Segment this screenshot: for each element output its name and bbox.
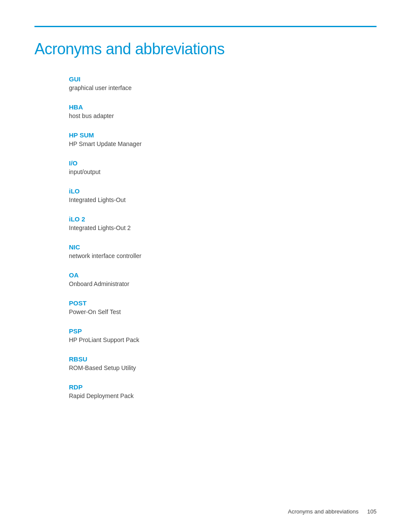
acronym-entry: I/Oinput/output: [69, 159, 377, 175]
footer-text: Acronyms and abbreviations: [288, 508, 358, 515]
acronym-entry: iLOIntegrated Lights-Out: [69, 187, 377, 203]
acronym-term: HP SUM: [69, 131, 377, 139]
acronym-definition: Power-On Self Test: [69, 308, 377, 315]
acronym-definition: Rapid Deployment Pack: [69, 392, 377, 399]
acronym-entry: HP SUMHP Smart Update Manager: [69, 131, 377, 147]
acronym-definition: Onboard Administrator: [69, 280, 377, 287]
acronym-entry: RDPRapid Deployment Pack: [69, 383, 377, 399]
acronym-entry: HBAhost bus adapter: [69, 103, 377, 119]
acronym-definition: Integrated Lights-Out: [69, 196, 377, 203]
acronym-term: HBA: [69, 103, 377, 111]
acronym-entry: NICnetwork interface controller: [69, 243, 377, 259]
acronym-entry: POSTPower-On Self Test: [69, 299, 377, 315]
page-footer: Acronyms and abbreviations 105: [288, 508, 377, 515]
acronym-term: OA: [69, 271, 377, 279]
acronym-definition: HP Smart Update Manager: [69, 140, 377, 147]
acronym-term: iLO 2: [69, 215, 377, 223]
acronym-definition: input/output: [69, 168, 377, 175]
footer-page-number: 105: [367, 508, 377, 515]
acronym-entry: iLO 2Integrated Lights-Out 2: [69, 215, 377, 231]
acronym-entry: RBSUROM-Based Setup Utility: [69, 355, 377, 371]
acronym-term: I/O: [69, 159, 377, 167]
acronym-definition: host bus adapter: [69, 112, 377, 119]
acronym-entry: PSPHP ProLiant Support Pack: [69, 327, 377, 343]
page-title: Acronyms and abbreviations: [34, 40, 377, 58]
acronym-definition: ROM-Based Setup Utility: [69, 364, 377, 371]
acronym-definition: network interface controller: [69, 252, 377, 259]
acronym-entry: GUIgraphical user interface: [69, 75, 377, 91]
acronym-entry: OAOnboard Administrator: [69, 271, 377, 287]
acronym-term: RDP: [69, 383, 377, 391]
acronym-term: POST: [69, 299, 377, 307]
acronym-term: iLO: [69, 187, 377, 195]
page-container: Acronyms and abbreviations GUIgraphical …: [0, 0, 411, 532]
acronym-definition: Integrated Lights-Out 2: [69, 224, 377, 231]
acronym-term: RBSU: [69, 355, 377, 363]
acronym-term: GUI: [69, 75, 377, 83]
top-rule: [34, 26, 377, 27]
acronym-list: GUIgraphical user interfaceHBAhost bus a…: [69, 75, 377, 399]
acronym-term: PSP: [69, 327, 377, 335]
acronym-definition: HP ProLiant Support Pack: [69, 336, 377, 343]
acronym-term: NIC: [69, 243, 377, 251]
acronym-definition: graphical user interface: [69, 84, 377, 91]
